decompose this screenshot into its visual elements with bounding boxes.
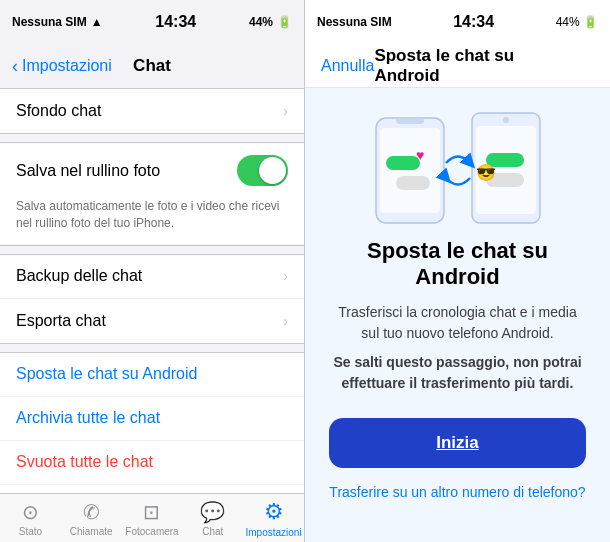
svg-text:😎: 😎 <box>476 163 496 182</box>
chat-icon: 💬 <box>200 500 225 524</box>
impostazioni-icon: ⚙ <box>264 499 284 525</box>
tab-chat[interactable]: 💬 Chat <box>182 500 243 537</box>
toggle-knob <box>259 157 286 184</box>
tab-fotocamera[interactable]: ⊡ Fotocamera <box>122 500 183 537</box>
nav-title-left: Chat <box>133 56 171 76</box>
status-bar-right: Nessuna SIM 14:34 44% 🔋 <box>305 0 610 44</box>
rullino-toggle[interactable] <box>237 155 288 186</box>
tab-impostazioni-label: Impostazioni <box>246 527 302 538</box>
tab-chiamate[interactable]: ✆ Chiamate <box>61 500 122 537</box>
promo-title: Sposta le chat su Android <box>329 238 586 290</box>
tab-fotocamera-label: Fotocamera <box>125 526 178 537</box>
esporta-label: Esporta chat <box>16 312 106 330</box>
battery-area-right: 44% 🔋 <box>556 15 598 29</box>
svuota-chat-item[interactable]: Svuota tutte le chat <box>0 441 304 485</box>
chevron-icon-esporta: › <box>283 313 288 329</box>
nav-bar-right: Annulla Sposta le chat su Android <box>305 44 610 88</box>
status-bar-left: Nessuna SIM ▲ 14:34 44% 🔋 <box>0 0 304 44</box>
stato-icon: ⊙ <box>22 500 39 524</box>
tab-stato[interactable]: ⊙ Stato <box>0 500 61 537</box>
signal-icon-left: ▲ <box>91 15 103 29</box>
backup-label: Backup delle chat <box>16 267 142 285</box>
battery-icon-left: 🔋 <box>277 15 292 29</box>
svg-rect-4 <box>396 176 430 190</box>
archivia-label: Archivia tutte le chat <box>16 409 160 427</box>
rullino-toggle-container: Salva nel rullino foto Salva automaticam… <box>0 143 304 245</box>
back-label: Impostazioni <box>22 57 112 75</box>
esporta-chat-item[interactable]: Esporta chat › <box>0 299 304 343</box>
section-rullino: Salva nel rullino foto Salva automaticam… <box>0 142 304 246</box>
chevron-icon-backup: › <box>283 268 288 284</box>
left-panel: Nessuna SIM ▲ 14:34 44% 🔋 ‹ Impostazioni… <box>0 0 305 542</box>
battery-text-right: 44% <box>556 15 580 29</box>
time-right: 14:34 <box>453 13 494 31</box>
carrier-signal-left: Nessuna SIM ▲ <box>12 15 103 29</box>
tab-impostazioni[interactable]: ⚙ Impostazioni <box>243 499 304 538</box>
right-panel: Nessuna SIM 14:34 44% 🔋 Annulla Sposta l… <box>305 0 610 542</box>
carrier-text-left: Nessuna SIM <box>12 15 87 29</box>
time-left: 14:34 <box>155 13 196 31</box>
promo-description: Trasferisci la cronologia chat e i media… <box>329 302 586 344</box>
sposta-android-label: Sposta le chat su Android <box>16 365 197 383</box>
battery-text-left: 44% <box>249 15 273 29</box>
svg-text:♥: ♥ <box>416 147 424 163</box>
rullino-label: Salva nel rullino foto <box>16 162 160 180</box>
chevron-icon-sfondo: › <box>283 103 288 119</box>
fotocamera-icon: ⊡ <box>143 500 160 524</box>
section-sfondo: Sfondo chat › <box>0 88 304 134</box>
phone-illustration: ♥ 😎 <box>358 108 558 238</box>
rullino-toggle-wrapper: Salva nel rullino foto <box>0 143 304 198</box>
section-actions: Sposta le chat su Android Archivia tutte… <box>0 352 304 493</box>
right-nav-title: Sposta le chat su Android <box>374 46 545 86</box>
svg-point-8 <box>503 117 509 123</box>
elimina-chat-item[interactable]: Elimina tutte le chat <box>0 485 304 493</box>
phones-svg: ♥ 😎 <box>358 108 558 238</box>
promo-warning: Se salti questo passaggio, non potrai ef… <box>329 352 586 394</box>
sposta-android-item[interactable]: Sposta le chat su Android <box>0 353 304 397</box>
svg-rect-3 <box>386 156 420 170</box>
sfondo-chat-label: Sfondo chat <box>16 102 101 120</box>
svuota-label: Svuota tutte le chat <box>16 453 153 471</box>
nav-bar-left: ‹ Impostazioni Chat <box>0 44 304 88</box>
svg-rect-2 <box>396 118 424 124</box>
backup-chat-item[interactable]: Backup delle chat › <box>0 255 304 299</box>
start-button-label: Inizia <box>436 433 479 453</box>
svg-rect-1 <box>380 128 440 213</box>
settings-list: Sfondo chat › Salva nel rullino foto Sal… <box>0 88 304 493</box>
tab-bar-left: ⊙ Stato ✆ Chiamate ⊡ Fotocamera 💬 Chat ⚙… <box>0 493 304 542</box>
start-button[interactable]: Inizia <box>329 418 586 468</box>
sfondo-chat-item[interactable]: Sfondo chat › <box>0 89 304 133</box>
section-backup: Backup delle chat › Esporta chat › <box>0 254 304 344</box>
tab-chat-label: Chat <box>202 526 223 537</box>
back-chevron-icon: ‹ <box>12 57 18 75</box>
transfer-link[interactable]: Trasferire su un altro numero di telefon… <box>329 484 585 500</box>
archivia-chat-item[interactable]: Archivia tutte le chat <box>0 397 304 441</box>
tab-stato-label: Stato <box>19 526 42 537</box>
carrier-text-right: Nessuna SIM <box>317 15 392 29</box>
right-content: ♥ 😎 <box>305 88 610 542</box>
annulla-button[interactable]: Annulla <box>321 57 374 75</box>
battery-area-left: 44% 🔋 <box>249 15 292 29</box>
rullino-description: Salva automaticamente le foto e i video … <box>0 198 304 245</box>
tab-chiamate-label: Chiamate <box>70 526 113 537</box>
back-button[interactable]: ‹ Impostazioni <box>12 57 112 75</box>
chiamate-icon: ✆ <box>83 500 100 524</box>
